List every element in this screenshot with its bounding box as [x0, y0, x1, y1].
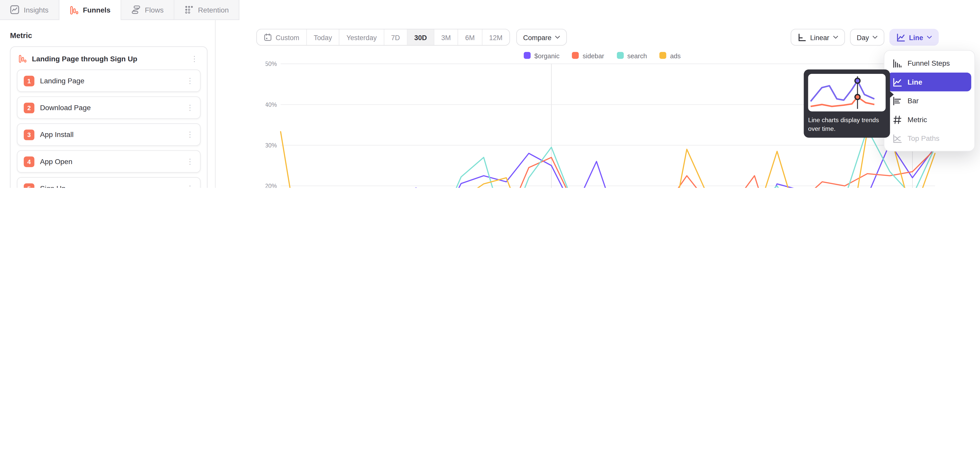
funnel-step-1[interactable]: 1 Landing Page ⋮: [17, 70, 200, 92]
line-chart-icon: [892, 77, 902, 87]
scale-button[interactable]: Linear: [791, 29, 845, 46]
date-range-control: Custom Today Yesterday 7D 30D 3M 6M 12M: [256, 29, 510, 46]
legend-item-ads[interactable]: ads: [659, 52, 681, 59]
funnel-metric-icon: [18, 54, 27, 63]
step-label: Sign Up: [40, 185, 180, 188]
tooltip-text: Line charts display trends over time.: [808, 116, 886, 133]
step-number-badge: 3: [24, 129, 35, 140]
menu-item-line[interactable]: Line: [888, 73, 971, 91]
chevron-down-icon: [927, 36, 932, 39]
kebab-menu-icon[interactable]: ⋮: [185, 77, 195, 84]
svg-text:40%: 40%: [266, 101, 277, 108]
menu-item-funnel-steps[interactable]: Funnel Steps: [888, 54, 971, 73]
report-main: Custom Today Yesterday 7D 30D 3M 6M 12M …: [216, 20, 980, 188]
legend-swatch: [572, 52, 579, 59]
step-number-badge: 2: [24, 102, 35, 113]
insights-icon: [10, 5, 19, 14]
step-label: Download Page: [40, 104, 180, 112]
top-paths-icon: [892, 134, 902, 143]
range-7d[interactable]: 7D: [384, 29, 407, 45]
menu-item-bar[interactable]: Bar: [888, 91, 971, 110]
kebab-menu-icon[interactable]: ⋮: [189, 55, 199, 62]
step-number-badge: 1: [24, 75, 35, 86]
linear-axis-icon: [797, 33, 806, 42]
line-preview-image: [808, 74, 886, 112]
funnel-step-2[interactable]: 2 Download Page ⋮: [17, 96, 200, 119]
step-label: Landing Page: [40, 77, 180, 84]
tab-insights[interactable]: Insights: [0, 0, 59, 20]
chart-type-tooltip: Line charts display trends over time.: [803, 70, 890, 138]
kebab-menu-icon[interactable]: ⋮: [185, 158, 195, 165]
svg-text:50%: 50%: [266, 61, 277, 67]
funnels-icon: [69, 5, 79, 15]
chart-legend: $organicsidebarsearchads: [266, 51, 939, 60]
chevron-down-icon: [555, 36, 560, 39]
tab-funnels[interactable]: Funnels: [59, 0, 121, 20]
bar-chart-icon: [892, 96, 902, 105]
top-tab-bar: Insights Funnels Flows Retent: [0, 0, 980, 20]
custom-date-button[interactable]: Custom: [257, 29, 307, 45]
legend-swatch: [659, 52, 667, 59]
tab-label: Flows: [145, 6, 164, 13]
metric-title: Landing Page through Sign Up: [32, 55, 185, 62]
legend-item-sidebar[interactable]: sidebar: [572, 52, 604, 59]
legend-swatch: [524, 52, 531, 59]
tab-flows[interactable]: Flows: [121, 0, 174, 20]
chart-type-menu: Funnel Steps Line Bar: [884, 50, 975, 152]
number-metric-icon: [892, 115, 902, 124]
funnel-step-4[interactable]: 4 App Open ⋮: [17, 150, 200, 173]
step-number-badge: 5: [24, 183, 35, 188]
metric-card: Landing Page through Sign Up ⋮ 1 Landing…: [10, 46, 207, 188]
chevron-down-icon: [873, 36, 878, 39]
legend-swatch: [617, 52, 624, 59]
kebab-menu-icon[interactable]: ⋮: [185, 131, 195, 138]
legend-item-search[interactable]: search: [617, 52, 647, 59]
interval-button[interactable]: Day: [850, 29, 885, 46]
range-30d[interactable]: 30D: [407, 29, 434, 45]
metric-heading: Metric: [10, 31, 32, 40]
step-number-badge: 4: [24, 156, 35, 167]
tab-label: Insights: [24, 6, 48, 13]
legend-item-$organic[interactable]: $organic: [524, 52, 559, 59]
retention-icon: [184, 5, 194, 14]
range-6m[interactable]: 6M: [458, 29, 482, 45]
svg-text:20%: 20%: [266, 183, 277, 188]
tab-label: Funnels: [83, 6, 110, 14]
range-3m[interactable]: 3M: [434, 29, 458, 45]
funnel-step-3[interactable]: 3 App Install ⋮: [17, 123, 200, 146]
kebab-menu-icon[interactable]: ⋮: [185, 185, 195, 188]
chart-toolbar: Custom Today Yesterday 7D 30D 3M 6M 12M …: [256, 29, 939, 46]
step-label: App Open: [40, 158, 180, 165]
query-sidebar: Metric Landing Page through Sign Up ⋮ 1 …: [0, 20, 216, 188]
tab-label: Retention: [198, 6, 229, 13]
step-label: App Install: [40, 131, 180, 138]
menu-item-metric[interactable]: Metric: [888, 110, 971, 129]
flows-icon: [131, 5, 141, 14]
kebab-menu-icon[interactable]: ⋮: [185, 104, 195, 112]
app: Insights Funnels Flows Retent: [0, 0, 980, 188]
chart-type-button[interactable]: Line: [890, 29, 939, 46]
svg-text:30%: 30%: [266, 142, 277, 149]
line-chart-icon: [897, 33, 905, 42]
topbar-spacer: [239, 0, 980, 20]
calendar-icon: [264, 33, 272, 42]
chevron-down-icon: [833, 36, 838, 39]
compare-button[interactable]: Compare: [516, 29, 567, 46]
tab-retention[interactable]: Retention: [174, 0, 239, 20]
range-yesterday[interactable]: Yesterday: [339, 29, 384, 45]
range-today[interactable]: Today: [307, 29, 339, 45]
menu-item-top-paths[interactable]: Top Paths: [888, 129, 971, 147]
funnel-steps-icon: [892, 59, 902, 68]
range-12m[interactable]: 12M: [482, 29, 509, 45]
funnel-step-5[interactable]: 5 Sign Up ⋮: [17, 177, 200, 188]
